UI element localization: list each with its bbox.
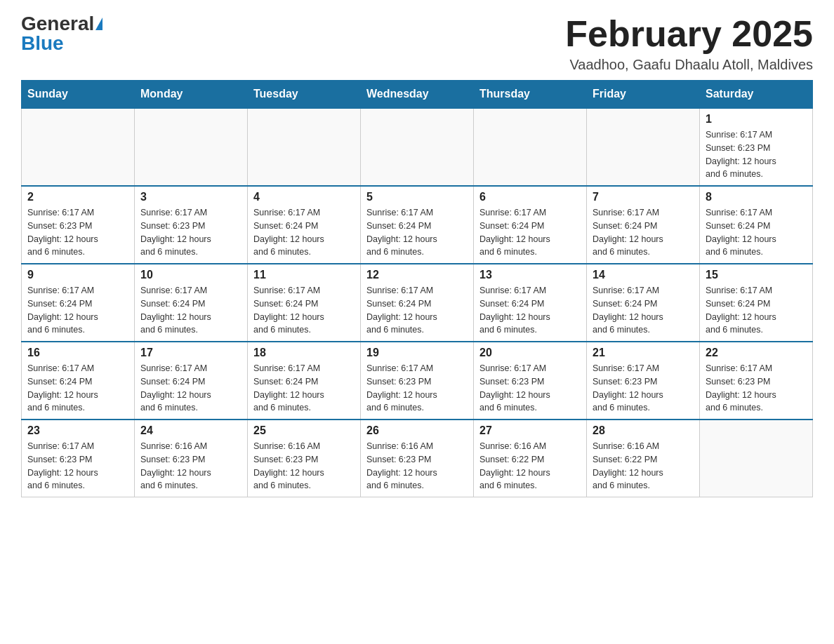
day-info: Sunrise: 6:17 AM Sunset: 6:23 PM Dayligh… [706,362,807,415]
day-number: 23 [27,424,128,437]
day-number: 18 [253,347,355,359]
day-info: Sunrise: 6:16 AM Sunset: 6:23 PM Dayligh… [366,440,468,492]
calendar-cell: 22Sunrise: 6:17 AM Sunset: 6:23 PM Dayli… [700,342,813,420]
calendar-cell: 28Sunrise: 6:16 AM Sunset: 6:22 PM Dayli… [587,420,700,497]
calendar-cell: 14Sunrise: 6:17 AM Sunset: 6:24 PM Dayli… [587,264,700,342]
day-info: Sunrise: 6:17 AM Sunset: 6:24 PM Dayligh… [593,284,694,337]
day-number: 22 [706,347,807,359]
day-number: 15 [706,269,807,281]
day-info: Sunrise: 6:17 AM Sunset: 6:24 PM Dayligh… [706,206,807,259]
day-info: Sunrise: 6:17 AM Sunset: 6:23 PM Dayligh… [140,206,241,259]
day-info: Sunrise: 6:17 AM Sunset: 6:24 PM Dayligh… [253,362,355,415]
day-info: Sunrise: 6:17 AM Sunset: 6:24 PM Dayligh… [366,284,468,337]
calendar-cell [22,108,135,186]
title-block: February 2025 Vaadhoo, Gaafu Dhaalu Atol… [565,14,813,73]
week-row-3: 16Sunrise: 6:17 AM Sunset: 6:24 PM Dayli… [22,342,813,420]
day-header-monday: Monday [135,81,248,109]
day-number: 3 [140,191,241,203]
calendar-cell: 1Sunrise: 6:17 AM Sunset: 6:23 PM Daylig… [700,108,813,186]
calendar-cell: 24Sunrise: 6:16 AM Sunset: 6:23 PM Dayli… [135,420,248,497]
calendar-cell: 10Sunrise: 6:17 AM Sunset: 6:24 PM Dayli… [135,264,248,342]
calendar-cell: 2Sunrise: 6:17 AM Sunset: 6:23 PM Daylig… [22,186,135,264]
day-number: 4 [253,191,355,203]
day-number: 10 [140,269,241,281]
logo-triangle-icon [95,18,102,30]
calendar-title: February 2025 [565,14,813,54]
calendar-cell: 15Sunrise: 6:17 AM Sunset: 6:24 PM Dayli… [700,264,813,342]
calendar-header-row: SundayMondayTuesdayWednesdayThursdayFrid… [22,81,813,109]
calendar-cell: 4Sunrise: 6:17 AM Sunset: 6:24 PM Daylig… [248,186,361,264]
calendar-cell: 26Sunrise: 6:16 AM Sunset: 6:23 PM Dayli… [361,420,474,497]
calendar-cell: 11Sunrise: 6:17 AM Sunset: 6:24 PM Dayli… [248,264,361,342]
calendar-cell: 6Sunrise: 6:17 AM Sunset: 6:24 PM Daylig… [474,186,587,264]
day-number: 19 [366,347,468,359]
day-info: Sunrise: 6:17 AM Sunset: 6:23 PM Dayligh… [479,362,581,415]
day-info: Sunrise: 6:16 AM Sunset: 6:23 PM Dayligh… [140,440,241,492]
day-number: 26 [366,424,468,437]
calendar-cell: 16Sunrise: 6:17 AM Sunset: 6:24 PM Dayli… [22,342,135,420]
day-info: Sunrise: 6:17 AM Sunset: 6:24 PM Dayligh… [27,362,128,415]
week-row-0: 1Sunrise: 6:17 AM Sunset: 6:23 PM Daylig… [22,108,813,186]
day-info: Sunrise: 6:16 AM Sunset: 6:23 PM Dayligh… [253,440,355,492]
calendar-cell: 9Sunrise: 6:17 AM Sunset: 6:24 PM Daylig… [22,264,135,342]
day-info: Sunrise: 6:17 AM Sunset: 6:23 PM Dayligh… [706,128,807,181]
calendar-cell [587,108,700,186]
day-info: Sunrise: 6:17 AM Sunset: 6:24 PM Dayligh… [706,284,807,337]
day-number: 27 [479,424,581,437]
day-number: 5 [366,191,468,203]
calendar-cell: 19Sunrise: 6:17 AM Sunset: 6:23 PM Dayli… [361,342,474,420]
calendar-subtitle: Vaadhoo, Gaafu Dhaalu Atoll, Maldives [565,57,813,73]
calendar-cell [248,108,361,186]
calendar-cell: 23Sunrise: 6:17 AM Sunset: 6:23 PM Dayli… [22,420,135,497]
week-row-4: 23Sunrise: 6:17 AM Sunset: 6:23 PM Dayli… [22,420,813,497]
day-number: 6 [479,191,581,203]
day-info: Sunrise: 6:17 AM Sunset: 6:24 PM Dayligh… [140,284,241,337]
day-header-tuesday: Tuesday [248,81,361,109]
day-number: 28 [593,424,694,437]
day-info: Sunrise: 6:17 AM Sunset: 6:23 PM Dayligh… [366,362,468,415]
day-number: 8 [706,191,807,203]
day-number: 24 [140,424,241,437]
day-info: Sunrise: 6:17 AM Sunset: 6:24 PM Dayligh… [140,362,241,415]
day-number: 11 [253,269,355,281]
logo: General Blue [21,14,102,53]
day-info: Sunrise: 6:17 AM Sunset: 6:24 PM Dayligh… [479,206,581,259]
day-header-friday: Friday [587,81,700,109]
day-number: 12 [366,269,468,281]
day-number: 25 [253,424,355,437]
calendar-cell: 13Sunrise: 6:17 AM Sunset: 6:24 PM Dayli… [474,264,587,342]
day-info: Sunrise: 6:17 AM Sunset: 6:24 PM Dayligh… [253,206,355,259]
day-number: 13 [479,269,581,281]
day-number: 21 [593,347,694,359]
calendar-cell: 27Sunrise: 6:16 AM Sunset: 6:22 PM Dayli… [474,420,587,497]
calendar-cell [700,420,813,497]
day-number: 14 [593,269,694,281]
calendar-cell [135,108,248,186]
day-header-sunday: Sunday [22,81,135,109]
day-header-saturday: Saturday [700,81,813,109]
day-info: Sunrise: 6:17 AM Sunset: 6:23 PM Dayligh… [27,440,128,492]
day-number: 16 [27,347,128,359]
day-number: 17 [140,347,241,359]
calendar-cell [361,108,474,186]
calendar-cell: 7Sunrise: 6:17 AM Sunset: 6:24 PM Daylig… [587,186,700,264]
day-number: 20 [479,347,581,359]
calendar-cell: 18Sunrise: 6:17 AM Sunset: 6:24 PM Dayli… [248,342,361,420]
day-info: Sunrise: 6:17 AM Sunset: 6:24 PM Dayligh… [479,284,581,337]
calendar-cell: 3Sunrise: 6:17 AM Sunset: 6:23 PM Daylig… [135,186,248,264]
calendar-cell: 25Sunrise: 6:16 AM Sunset: 6:23 PM Dayli… [248,420,361,497]
day-number: 9 [27,269,128,281]
day-info: Sunrise: 6:17 AM Sunset: 6:24 PM Dayligh… [593,206,694,259]
day-info: Sunrise: 6:16 AM Sunset: 6:22 PM Dayligh… [479,440,581,492]
calendar-cell: 17Sunrise: 6:17 AM Sunset: 6:24 PM Dayli… [135,342,248,420]
day-info: Sunrise: 6:16 AM Sunset: 6:22 PM Dayligh… [593,440,694,492]
logo-general-text: General [21,14,94,34]
calendar-cell: 21Sunrise: 6:17 AM Sunset: 6:23 PM Dayli… [587,342,700,420]
day-number: 7 [593,191,694,203]
calendar-cell [474,108,587,186]
day-info: Sunrise: 6:17 AM Sunset: 6:23 PM Dayligh… [27,206,128,259]
week-row-1: 2Sunrise: 6:17 AM Sunset: 6:23 PM Daylig… [22,186,813,264]
week-row-2: 9Sunrise: 6:17 AM Sunset: 6:24 PM Daylig… [22,264,813,342]
day-info: Sunrise: 6:17 AM Sunset: 6:24 PM Dayligh… [366,206,468,259]
day-info: Sunrise: 6:17 AM Sunset: 6:23 PM Dayligh… [593,362,694,415]
